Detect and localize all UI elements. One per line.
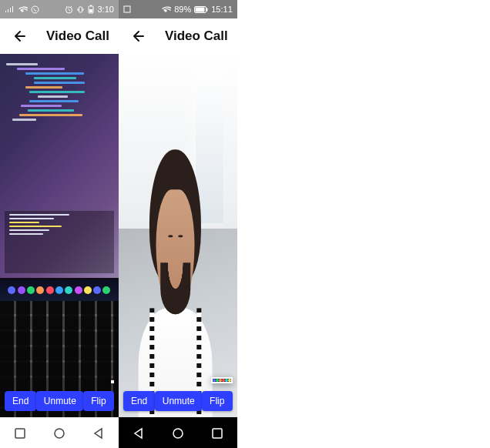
vibrate-icon xyxy=(76,5,85,14)
svg-rect-9 xyxy=(124,6,130,12)
svg-rect-6 xyxy=(15,429,25,438)
video-area: End Unmute Flip xyxy=(119,54,237,417)
recent-icon xyxy=(13,426,27,440)
svg-rect-5 xyxy=(89,9,92,12)
call-controls: End Unmute Flip xyxy=(0,386,119,417)
unmute-button[interactable]: Unmute xyxy=(36,391,83,411)
status-time: 3:10 xyxy=(97,5,113,14)
nav-recent-button[interactable] xyxy=(6,420,34,447)
page-title: Video Call xyxy=(46,28,109,44)
back-button[interactable] xyxy=(128,27,146,45)
nav-home-button[interactable] xyxy=(164,420,192,447)
battery-icon xyxy=(194,6,208,13)
back-icon xyxy=(129,28,145,44)
recent-icon xyxy=(210,426,224,440)
svg-rect-12 xyxy=(206,8,208,11)
status-battery-pct: 89% xyxy=(174,5,191,14)
self-video-thumbnail xyxy=(213,379,231,382)
alarm-icon xyxy=(65,5,73,14)
svg-marker-13 xyxy=(135,429,142,438)
nav-back-icon xyxy=(132,426,146,440)
battery-icon xyxy=(88,5,94,14)
signal-icon xyxy=(5,5,14,13)
nav-back-icon xyxy=(92,426,106,440)
wifi-icon xyxy=(17,5,28,13)
self-view[interactable] xyxy=(111,380,114,383)
end-call-button[interactable]: End xyxy=(5,391,36,411)
title-bar: Video Call xyxy=(119,18,237,54)
svg-rect-4 xyxy=(90,5,92,7)
flip-camera-button[interactable]: Flip xyxy=(202,391,233,411)
video-area: End Unmute Flip xyxy=(0,54,119,417)
device-right: 89% 15:11 Video Call xyxy=(119,0,237,448)
nav-recent-button[interactable] xyxy=(203,420,231,447)
svg-point-0 xyxy=(32,6,39,13)
nav-home-button[interactable] xyxy=(45,420,73,447)
call-controls: End Unmute Flip xyxy=(119,386,237,417)
whatsapp-icon xyxy=(31,5,39,14)
app-indicator-icon xyxy=(123,5,131,13)
home-icon xyxy=(171,426,185,440)
remote-video xyxy=(119,54,237,417)
svg-point-14 xyxy=(173,429,183,438)
page-title: Video Call xyxy=(165,28,228,44)
status-bar: 89% 15:11 xyxy=(119,0,237,18)
self-view[interactable] xyxy=(211,377,233,383)
home-icon xyxy=(52,426,66,440)
status-bar: 3:10 xyxy=(0,0,119,18)
android-nav-bar xyxy=(0,417,119,448)
status-time: 15:11 xyxy=(211,5,233,14)
back-icon xyxy=(11,28,26,44)
svg-rect-11 xyxy=(196,7,205,12)
end-call-button[interactable]: End xyxy=(123,391,155,411)
remote-video xyxy=(0,54,119,417)
flip-camera-button[interactable]: Flip xyxy=(83,391,114,411)
svg-point-7 xyxy=(55,429,64,438)
svg-rect-15 xyxy=(213,429,222,438)
wifi-icon xyxy=(160,5,171,13)
unmute-button[interactable]: Unmute xyxy=(155,391,202,411)
svg-marker-8 xyxy=(95,429,102,438)
title-bar: Video Call xyxy=(0,18,119,54)
android-nav-bar xyxy=(119,417,237,448)
svg-rect-2 xyxy=(79,7,82,12)
back-button[interactable] xyxy=(9,27,28,45)
nav-back-button[interactable] xyxy=(125,420,153,447)
device-left: 3:10 Video Call xyxy=(0,0,119,448)
nav-back-button[interactable] xyxy=(85,420,112,447)
